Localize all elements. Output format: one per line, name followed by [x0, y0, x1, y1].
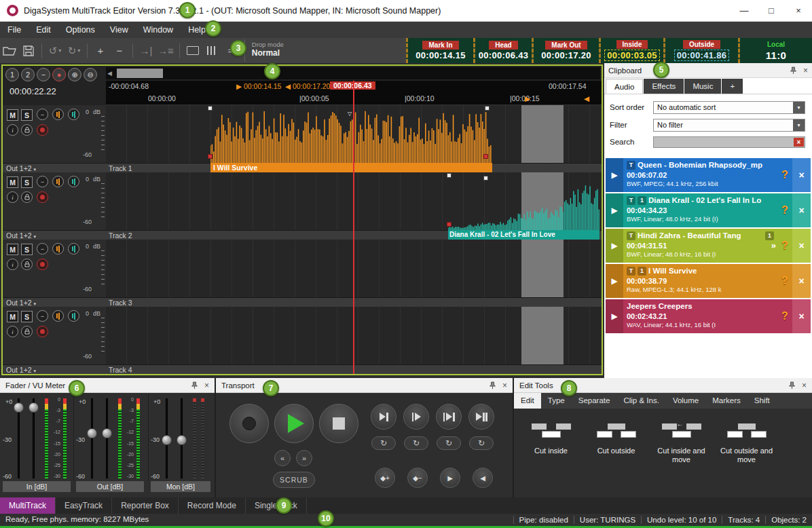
fader-knob[interactable] [14, 402, 24, 413]
layout-1-button[interactable]: 1 [5, 68, 19, 81]
goto-marker-icon[interactable]: →| [139, 42, 153, 60]
output-routing[interactable]: Out 1+2 ▾ [6, 164, 36, 174]
menu-view[interactable]: View [103, 22, 136, 38]
fader-knob[interactable] [87, 428, 97, 438]
tab-easytrack[interactable]: EasyTrack [56, 497, 112, 514]
chevron-down-icon[interactable]: ▾ [793, 102, 805, 113]
scrub-button[interactable]: SCRUB [273, 472, 315, 488]
solo-button[interactable]: S [21, 244, 33, 255]
chevron-down-icon[interactable]: ▾ [793, 119, 805, 131]
output-routing[interactable]: Out 1+2 ▾ [6, 298, 36, 309]
remove-item-icon[interactable]: × [792, 264, 811, 298]
cut-inside-button[interactable]: Cut inside [519, 415, 583, 480]
remove-item-icon[interactable]: × [792, 299, 811, 333]
play-button[interactable] [274, 404, 314, 443]
outside-display[interactable]: Outside 00:00:41.86 [663, 38, 738, 63]
marker-right-icon[interactable]: ▶ [525, 94, 530, 102]
layout-2-button[interactable]: 2 [21, 68, 35, 81]
remove-item-icon[interactable]: × [792, 193, 811, 227]
meter-orange-button[interactable] [52, 109, 64, 120]
fader-knob[interactable] [177, 435, 187, 445]
meter-orange-button[interactable] [52, 310, 64, 322]
panel-close-icon[interactable]: × [502, 381, 507, 390]
fader-knob[interactable] [29, 402, 39, 413]
solo-button[interactable]: S [21, 176, 33, 188]
tab-edit[interactable]: Edit [514, 393, 541, 409]
play-icon[interactable]: ▶ [606, 193, 623, 227]
tab-music[interactable]: Music [684, 79, 721, 94]
nudge-back-button[interactable]: « [274, 450, 291, 466]
menu-file[interactable]: File [0, 22, 29, 38]
menu-edit[interactable]: Edit [29, 22, 58, 38]
panel-close-icon[interactable]: × [802, 381, 807, 390]
tab-add[interactable]: + [722, 79, 743, 94]
tab-volume[interactable]: Volume [666, 393, 705, 409]
lock-button[interactable] [21, 259, 33, 270]
sort-order-dropdown[interactable]: No automatic sort ▾ [653, 101, 805, 114]
meter-orange-button[interactable] [52, 176, 64, 187]
info-button[interactable]: i [7, 326, 18, 337]
mute-button[interactable]: M [7, 109, 18, 121]
solo-button[interactable]: S [21, 311, 33, 322]
track-name[interactable]: Track 4 [109, 365, 132, 375]
clip-label[interactable]: Diana Krall - 02 Let's Fall In Love [448, 230, 599, 240]
mark-in-display[interactable]: Mark In 00:00:14.15 [406, 38, 473, 63]
pin-icon[interactable] [790, 67, 797, 75]
tab-effects[interactable]: Effects [644, 79, 684, 94]
scroll-left-icon[interactable]: ◀ [107, 70, 112, 77]
panel-close-icon[interactable]: × [204, 381, 209, 390]
insert-list-icon[interactable]: →≡ [158, 42, 174, 60]
clipboard-item-body[interactable]: T1I Will Survive 00:00:38.79 Raw, MPEG-L… [623, 264, 777, 298]
clipboard-item[interactable]: ▶ Jeepers Creepers 00:02:43.21 WAV, Line… [606, 299, 811, 333]
remove-marker-button[interactable]: ◆− [407, 468, 428, 488]
tab-record-mode[interactable]: Record Mode [179, 497, 246, 514]
info-question-icon[interactable]: ? [777, 193, 792, 227]
loop-play-button-3[interactable]: ↻ [437, 436, 461, 450]
cut-outside-move-button[interactable]: ← Cut outside and move [715, 415, 778, 480]
info-button[interactable]: i [7, 191, 18, 203]
fader-knob[interactable] [102, 428, 112, 438]
clipboard-item-body[interactable]: Jeepers Creepers 00:02:43.21 WAV, Linear… [623, 299, 777, 333]
step-back-button[interactable]: ◀ [473, 468, 493, 488]
track-name[interactable]: Track 2 [109, 231, 132, 240]
close-button[interactable]: × [785, 0, 812, 21]
info-question-icon[interactable]: ? [777, 158, 792, 192]
tab-separate[interactable]: Separate [572, 393, 617, 409]
loop-play-button-4[interactable]: ↻ [469, 436, 494, 450]
add-icon[interactable]: + [93, 42, 108, 60]
scrollbar-thumb[interactable] [117, 69, 163, 78]
nudge-forward-button[interactable]: » [296, 450, 312, 466]
clip-handle[interactable] [483, 176, 488, 181]
zoom-in-button[interactable]: ⊕ [68, 68, 81, 81]
record-arm-button[interactable] [37, 191, 48, 203]
meter-orange-button[interactable] [52, 243, 64, 254]
tab-clip-ins[interactable]: Clip & Ins. [616, 393, 665, 409]
collapse-button[interactable]: − [37, 68, 50, 81]
info-button[interactable]: i [7, 124, 18, 136]
solo-button[interactable]: S [21, 109, 33, 121]
monitor-icon[interactable] [185, 42, 200, 60]
filter-dropdown[interactable]: No filter ▾ [653, 119, 805, 132]
stop-button[interactable] [319, 404, 358, 443]
panel-close-icon[interactable]: × [803, 66, 808, 75]
collapse-track-button[interactable]: − [37, 176, 48, 187]
redo-icon[interactable]: ↻▾ [67, 42, 81, 60]
record-enable-button[interactable]: ● [52, 68, 66, 81]
meter-teal-button[interactable] [68, 109, 79, 120]
track-name[interactable]: Track 1 [109, 164, 132, 173]
audio-clip-i-will-survive[interactable]: I Will Survive [210, 109, 492, 172]
loop-play-button-1[interactable]: ↻ [371, 436, 396, 450]
menu-window[interactable]: Window [136, 22, 181, 38]
open-folder-icon[interactable] [2, 42, 17, 60]
track-name[interactable]: Track 3 [109, 298, 132, 307]
audio-clip-diana-krall[interactable]: Diana Krall - 02 Let's Fall In Love [448, 176, 599, 240]
add-marker-button[interactable]: ◆+ [375, 468, 395, 488]
ruler-mark-out[interactable]: ◀ 00:00:17.20 [285, 82, 330, 90]
lock-button[interactable] [21, 326, 33, 337]
play-to-marker-button[interactable] [371, 404, 396, 430]
tab-multitrack[interactable]: MultiTrack [0, 497, 56, 514]
tab-shift[interactable]: Shift [748, 393, 777, 409]
clip-handle[interactable] [208, 106, 213, 111]
head-display[interactable]: Head 00:00:06.43 [473, 38, 532, 63]
record-arm-button[interactable] [37, 326, 48, 337]
